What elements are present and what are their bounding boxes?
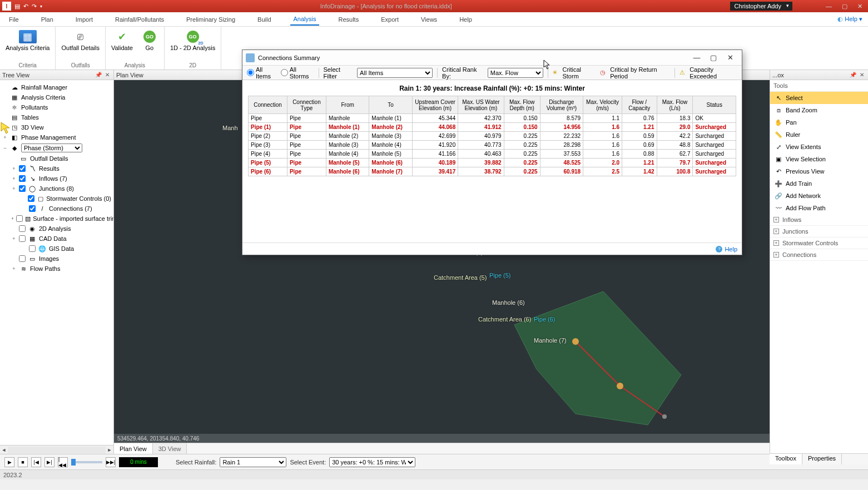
- critical-return-icon[interactable]: ◷: [600, 69, 606, 76]
- pin-icon[interactable]: 📌: [93, 72, 103, 78]
- menu-tab-file[interactable]: File: [6, 14, 22, 25]
- col-header[interactable]: Status: [693, 96, 736, 114]
- menu-tab-rainfallpollutants[interactable]: Rainfall/Pollutants: [112, 14, 167, 25]
- col-header[interactable]: To: [369, 96, 412, 114]
- tree-item[interactable]: –◆Phase (Storm): [0, 142, 113, 154]
- tool-pan[interactable]: ✋Pan: [770, 116, 868, 128]
- qat-save-icon[interactable]: ▤: [14, 3, 20, 10]
- table-row[interactable]: Pipe (4)PipeManhole (4)Manhole (5)41.166…: [249, 150, 736, 159]
- tree-item[interactable]: ☁Rainfall Manager: [0, 82, 113, 92]
- capacity-label[interactable]: Capacity Exceeded: [690, 66, 737, 80]
- close-button[interactable]: ✕: [857, 3, 862, 10]
- tree-item[interactable]: ▭Outfall Details: [0, 154, 113, 164]
- menu-tab-views[interactable]: Views: [418, 14, 440, 25]
- col-header[interactable]: Connection: [249, 96, 287, 114]
- toolbox-close-icon[interactable]: ✕: [858, 72, 866, 78]
- menu-tab-plan[interactable]: Plan: [38, 14, 57, 25]
- tree-item[interactable]: +◯Junctions (8): [0, 184, 113, 194]
- col-header[interactable]: Max. Velocity (m/s): [583, 96, 622, 114]
- category-stormwater-controls[interactable]: +Stormwater Controls: [770, 237, 868, 249]
- menu-tab-export[interactable]: Export: [378, 14, 402, 25]
- tool-view-extents[interactable]: ⤢View Extents: [770, 141, 868, 153]
- col-header[interactable]: Discharge Volume (m³): [540, 96, 583, 114]
- tree-item[interactable]: /Connections (7): [0, 204, 113, 214]
- dialog-help-link[interactable]: Help: [725, 246, 737, 253]
- tree-item[interactable]: ◉2D Analysis: [0, 224, 113, 234]
- help-icon[interactable]: ?: [716, 246, 722, 253]
- table-row[interactable]: Pipe (3)PipeManhole (3)Manhole (4)41.920…: [249, 141, 736, 150]
- user-menu[interactable]: Christopher Addy: [730, 2, 792, 11]
- col-header[interactable]: Connection Type: [287, 96, 326, 114]
- col-header[interactable]: Max. US Water Elevation (m): [458, 96, 504, 114]
- go-button[interactable]: GOGo: [138, 29, 161, 52]
- first-button[interactable]: |◀◀: [58, 457, 68, 467]
- tool-view-selection[interactable]: ▣View Selection: [770, 153, 868, 165]
- menu-tab-import[interactable]: Import: [72, 14, 96, 25]
- tool-select[interactable]: ↖Select: [770, 92, 868, 104]
- maximize-button[interactable]: ▢: [842, 3, 847, 10]
- menu-tab-analysis[interactable]: Analysis: [290, 13, 320, 26]
- tree-item[interactable]: 🌐GIS Data: [0, 244, 113, 254]
- tree-item[interactable]: +◳3D View: [0, 122, 113, 132]
- rank-select[interactable]: Max. Flow: [488, 68, 543, 78]
- panel-close-icon[interactable]: ✕: [103, 72, 111, 78]
- all-items-radio[interactable]: All Items: [247, 66, 276, 80]
- col-header[interactable]: Upstream Cover Elevation (m): [412, 96, 458, 114]
- tree-item[interactable]: ▤Tables: [0, 112, 113, 122]
- tree-item[interactable]: +≋Flow Paths: [0, 264, 113, 274]
- qat-redo-icon[interactable]: ↷: [32, 3, 37, 10]
- table-row[interactable]: PipePipeManholeManhole (1)45.34442.3700.…: [249, 114, 736, 123]
- tool-ruler[interactable]: 📏Ruler: [770, 128, 868, 141]
- validate-button[interactable]: ✔Validate: [109, 29, 135, 52]
- analysis-criteria-button[interactable]: ▦Analysis Criteria: [3, 29, 52, 52]
- table-row[interactable]: Pipe (6)PipeManhole (6)Manhole (7)39.417…: [249, 167, 736, 176]
- right-tab-properties[interactable]: Properties: [802, 454, 842, 464]
- tool-add-flow-path[interactable]: 〰Add Flow Path: [770, 202, 868, 214]
- tree-item[interactable]: ▭Images: [0, 254, 113, 264]
- tool-band-zoom[interactable]: ⧈Band Zoom: [770, 104, 868, 116]
- tree-item[interactable]: ▦Analysis Criteria: [0, 92, 113, 102]
- 1d-2d-analysis-button[interactable]: GO2D1D - 2D Analysis: [168, 29, 217, 52]
- stop-button[interactable]: ■: [18, 457, 28, 467]
- col-header[interactable]: Max. Flow Depth (m): [504, 96, 540, 114]
- all-storms-radio[interactable]: All Storms: [281, 66, 314, 80]
- help-link[interactable]: ◐ Help ▾: [837, 16, 868, 23]
- qat-undo-icon[interactable]: ↶: [23, 3, 28, 10]
- play-button[interactable]: ▶: [4, 457, 14, 467]
- view-tab-3d-view[interactable]: 3D View: [153, 443, 187, 454]
- tree-item[interactable]: +▦CAD Data: [0, 234, 113, 244]
- event-select[interactable]: 30 years: +0 %: 15 mins: Winter: [329, 457, 415, 467]
- rainfall-select[interactable]: Rain 1: [220, 457, 286, 467]
- critical-storm-label[interactable]: Critical Storm: [562, 66, 596, 80]
- tree-item[interactable]: +↘Inflows (7): [0, 174, 113, 184]
- capacity-icon[interactable]: ⚠: [679, 69, 685, 76]
- col-header[interactable]: Max. Flow (L/s): [657, 96, 693, 114]
- tree-item[interactable]: ▢Stormwater Controls (0): [0, 194, 113, 204]
- menu-tab-results[interactable]: Results: [335, 14, 362, 25]
- table-row[interactable]: Pipe (5)PipeManhole (5)Manhole (6)40.189…: [249, 159, 736, 167]
- step-back-button[interactable]: |◀: [31, 457, 41, 467]
- category-inflows[interactable]: +Inflows: [770, 214, 868, 226]
- toolbox-pin-icon[interactable]: 📌: [848, 72, 858, 78]
- col-header[interactable]: From: [326, 96, 369, 114]
- tree-hscroll[interactable]: ◄►: [0, 445, 113, 454]
- step-fwd-button[interactable]: ▶|: [44, 457, 54, 467]
- tool-previous-view[interactable]: ↶Previous View: [770, 165, 868, 177]
- tree-item[interactable]: +▧Surface - imported surface trimmed: [0, 214, 113, 224]
- time-slider[interactable]: [71, 461, 102, 463]
- tree-item[interactable]: ⚛Pollutants: [0, 102, 113, 112]
- menu-tab-preliminarysizing[interactable]: Preliminary Sizing: [183, 14, 239, 25]
- category-junctions[interactable]: +Junctions: [770, 226, 868, 237]
- critical-storm-icon[interactable]: ☀: [552, 69, 558, 76]
- table-row[interactable]: Pipe (1)PipeManhole (1)Manhole (2)44.068…: [249, 123, 736, 132]
- minimize-button[interactable]: —: [826, 3, 832, 10]
- tree-item[interactable]: +〽Results: [0, 164, 113, 174]
- dialog-maximize-button[interactable]: ▢: [705, 53, 722, 62]
- table-row[interactable]: Pipe (2)PipeManhole (2)Manhole (3)42.699…: [249, 132, 736, 141]
- col-header[interactable]: Flow / Capacity: [622, 96, 657, 114]
- critical-return-label[interactable]: Critical by Return Period: [610, 66, 670, 80]
- last-button[interactable]: ▶▶|: [106, 457, 116, 467]
- category-connections[interactable]: +Connections: [770, 249, 868, 261]
- filter-select[interactable]: All Items: [357, 68, 433, 78]
- right-tab-toolbox[interactable]: Toolbox: [770, 454, 802, 464]
